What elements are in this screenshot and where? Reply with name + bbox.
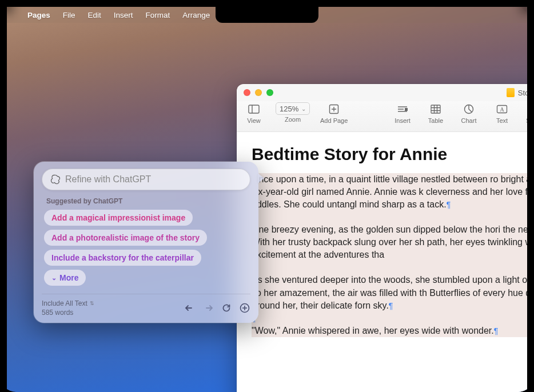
- sidebar-icon: [245, 102, 262, 116]
- svg-text:A: A: [500, 106, 504, 113]
- table-icon: [427, 102, 444, 116]
- menu-insert[interactable]: Insert: [114, 11, 133, 19]
- refresh-button[interactable]: [221, 303, 232, 313]
- updown-chevron-icon: ⇅: [90, 300, 94, 307]
- titlebar: Story — Edited: [237, 84, 527, 101]
- refine-input-container[interactable]: [42, 169, 250, 190]
- chart-pie-icon: [460, 102, 477, 116]
- suggested-label: Suggested by ChatGPT: [46, 197, 250, 205]
- empty-line: ¶: [252, 312, 527, 325]
- tool-view[interactable]: View: [242, 102, 265, 124]
- empty-line: ¶: [252, 261, 527, 274]
- menubar-app-name[interactable]: Pages: [27, 11, 50, 19]
- document-name[interactable]: Story: [518, 89, 527, 97]
- tool-text[interactable]: A Text: [491, 102, 513, 124]
- more-suggestions-button[interactable]: ⌄ More: [44, 270, 86, 286]
- include-scope-selector[interactable]: Include All Text ⇅: [42, 299, 94, 308]
- svg-rect-9: [431, 105, 440, 113]
- close-button[interactable]: [244, 89, 250, 96]
- chatgpt-logo-icon: [50, 174, 61, 185]
- chevron-down-icon: ⌄: [51, 274, 57, 282]
- suggestion-chip[interactable]: Add a photorealistic image of the story: [44, 230, 207, 246]
- toolbar: View 125% ⌄ Zoom Add Page: [237, 101, 527, 132]
- pilcrow-icon: ¶: [447, 200, 451, 209]
- minimize-button[interactable]: [255, 89, 262, 96]
- plus-square-icon: [325, 102, 342, 116]
- chevron-down-icon: ⌄: [301, 106, 306, 112]
- menu-arrange[interactable]: Arrange: [182, 11, 210, 19]
- add-button[interactable]: [239, 303, 250, 313]
- redo-button[interactable]: [202, 304, 214, 312]
- paragraph: "Wow," Annie whispered in awe, her eyes …: [252, 325, 527, 337]
- tool-add-page[interactable]: Add Page: [320, 102, 348, 124]
- empty-line: ¶: [252, 211, 527, 223]
- tool-shape[interactable]: Shape: [524, 102, 527, 124]
- notch: [216, 7, 318, 23]
- suggestion-chip[interactable]: Include a backstory for the caterpillar: [44, 250, 201, 266]
- text-box-icon: A: [493, 102, 511, 116]
- svg-rect-8: [405, 108, 408, 111]
- traffic-lights: [244, 89, 273, 96]
- tool-zoom[interactable]: 125% ⌄ Zoom: [276, 102, 310, 123]
- insert-icon: [394, 102, 411, 116]
- paragraph: Once upon a time, in a quaint little vil…: [252, 173, 527, 211]
- tool-table[interactable]: Table: [424, 102, 447, 124]
- menu-format[interactable]: Format: [146, 11, 170, 19]
- pages-window: Story — Edited View 125% ⌄ Z: [237, 84, 527, 392]
- zoom-window-button[interactable]: [266, 89, 273, 96]
- shape-icon: [527, 102, 527, 116]
- paragraph: One breezy evening, as the golden sun di…: [252, 223, 527, 261]
- suggestion-chip[interactable]: Add a magical impressionist image: [44, 210, 193, 226]
- tool-chart[interactable]: Chart: [457, 102, 480, 124]
- paragraph: As she ventured deeper into the woods, s…: [252, 274, 527, 311]
- tool-insert[interactable]: Insert: [391, 102, 414, 124]
- document-body[interactable]: Bedtime Story for Annie Once upon a time…: [237, 132, 527, 392]
- refine-input[interactable]: [65, 174, 242, 185]
- word-count: 585 words: [42, 308, 94, 317]
- svg-rect-0: [249, 105, 259, 113]
- undo-button[interactable]: [184, 304, 196, 312]
- document-title: Bedtime Story for Annie: [252, 145, 527, 164]
- menu-file[interactable]: File: [63, 11, 75, 19]
- menu-edit[interactable]: Edit: [88, 11, 101, 19]
- document-icon: [507, 88, 515, 97]
- chatgpt-refine-panel: Suggested by ChatGPT Add a magical impre…: [34, 162, 258, 323]
